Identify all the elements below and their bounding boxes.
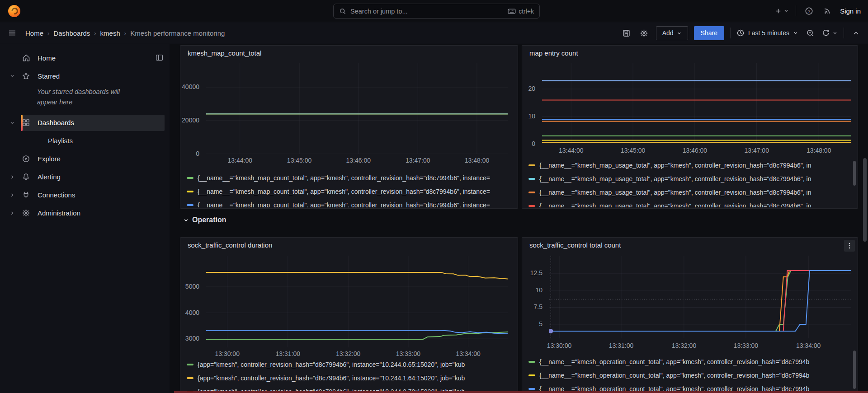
news-button[interactable] bbox=[821, 5, 833, 17]
legend-label: {__name__="kmesh_map_count_total", app="… bbox=[198, 174, 490, 182]
chart-plot-area[interactable] bbox=[549, 256, 851, 338]
legend-item[interactable]: {app="kmesh", controller_revision_hash="… bbox=[187, 371, 511, 385]
legend-scrollbar[interactable] bbox=[853, 161, 856, 186]
sidebar-item-label: Administration bbox=[38, 209, 80, 217]
refresh-icon bbox=[822, 29, 830, 37]
home-icon bbox=[15, 53, 38, 62]
panel-map-entry-count: map entry count 01020 13:44:0013:45:0013… bbox=[522, 45, 858, 209]
mega-menu-button[interactable] bbox=[6, 27, 18, 39]
gear-icon bbox=[15, 209, 38, 217]
legend-marker bbox=[528, 374, 535, 376]
x-tick-label: 13:32:00 bbox=[664, 342, 704, 349]
y-axis: 02000040000 bbox=[180, 63, 203, 154]
legend-item[interactable]: {__name__="kmesh_operation_count_total",… bbox=[528, 369, 851, 382]
legend-item[interactable]: {__name__="kmesh_map_count_total", app="… bbox=[187, 171, 511, 185]
time-range-picker[interactable]: Last 5 minutes bbox=[736, 29, 798, 37]
add-button[interactable]: Add bbox=[656, 26, 688, 40]
top-nav: ctrl+k ? Sign in bbox=[0, 0, 868, 22]
chart-legend: {__name__="kmesh_map_usage_total", app="… bbox=[528, 159, 851, 207]
sidebar-item-label: Playlists bbox=[0, 137, 73, 145]
legend-item[interactable]: {__name__="kmesh_map_count_total", app="… bbox=[187, 198, 511, 207]
x-axis: 13:44:0013:45:0013:46:0013:47:0013:48:00 bbox=[206, 157, 508, 165]
row-section-operation[interactable]: Operation bbox=[183, 216, 226, 224]
legend-marker bbox=[187, 177, 193, 179]
x-tick-label: 13:33:00 bbox=[388, 350, 429, 357]
x-tick-label: 13:48:00 bbox=[457, 157, 497, 164]
chart-plot-area[interactable] bbox=[206, 256, 508, 347]
chevron-right-icon[interactable] bbox=[0, 192, 15, 198]
chevron-down-icon bbox=[183, 217, 189, 223]
chevron-right-icon[interactable] bbox=[0, 174, 15, 180]
sidebar-item-playlists[interactable]: Playlists bbox=[0, 132, 170, 150]
chart-svg bbox=[549, 256, 851, 338]
toolbar-actions: Add Share Last 5 minutes bbox=[621, 26, 862, 40]
chevron-down-icon[interactable] bbox=[0, 120, 15, 126]
x-tick-label: 13:30:00 bbox=[539, 342, 580, 349]
y-tick-label: 4000 bbox=[185, 309, 199, 316]
sidebar-item-home[interactable]: Home bbox=[0, 49, 170, 67]
save-dashboard-button[interactable] bbox=[621, 27, 632, 39]
help-button[interactable]: ? bbox=[803, 5, 815, 17]
y-tick-label: 5 bbox=[539, 320, 542, 328]
y-tick-label: 12.5 bbox=[530, 269, 542, 276]
dashboard-settings-button[interactable] bbox=[638, 27, 650, 39]
grafana-logo-icon[interactable] bbox=[8, 5, 20, 17]
x-tick-label: 13:31:00 bbox=[268, 350, 308, 357]
x-tick-label: 13:46:00 bbox=[338, 157, 379, 164]
collapse-toolbar-button[interactable] bbox=[850, 27, 862, 39]
y-tick-label: 20 bbox=[528, 85, 535, 92]
y-tick-label: 7.5 bbox=[534, 303, 542, 310]
add-button-label: Add bbox=[662, 29, 674, 37]
x-axis: 13:30:0013:31:0013:32:0013:33:0013:34:00 bbox=[206, 350, 508, 358]
legend-item[interactable]: {__name__="kmesh_map_usage_total", app="… bbox=[528, 186, 851, 199]
y-tick-label: 40000 bbox=[182, 83, 199, 90]
search-input-box[interactable]: ctrl+k bbox=[333, 4, 540, 19]
sidebar-item-explore[interactable]: Explore bbox=[0, 150, 170, 168]
chevron-down-icon bbox=[783, 8, 789, 14]
keyboard-icon bbox=[508, 8, 516, 14]
share-button[interactable]: Share bbox=[694, 26, 724, 40]
breadcrumb-home[interactable]: Home bbox=[25, 29, 43, 37]
search-input[interactable] bbox=[350, 8, 504, 15]
rss-icon bbox=[823, 7, 831, 15]
sidebar-item-label: Alerting bbox=[38, 173, 61, 181]
series-line bbox=[206, 272, 508, 279]
x-tick-label: 13:30:00 bbox=[207, 350, 248, 357]
sidebar-item-label: Home bbox=[38, 54, 56, 62]
star-icon bbox=[15, 72, 38, 80]
legend-label: {__name__="kmesh_map_usage_total", app="… bbox=[539, 202, 811, 207]
y-tick-label: 0 bbox=[532, 140, 535, 147]
page-scrollbar-thumb[interactable] bbox=[863, 158, 867, 242]
sidebar-item-starred[interactable]: Starred bbox=[0, 67, 170, 85]
chevron-right-icon[interactable] bbox=[0, 211, 15, 216]
legend-item[interactable]: {app="kmesh", controller_revision_hash="… bbox=[187, 358, 511, 371]
legend-scrollbar[interactable] bbox=[853, 351, 856, 389]
legend-item[interactable]: {__name__="kmesh_map_usage_total", app="… bbox=[528, 159, 851, 172]
legend-item[interactable]: {__name__="kmesh_map_count_total", app="… bbox=[187, 185, 511, 198]
sign-in-link[interactable]: Sign in bbox=[840, 7, 861, 15]
chevron-right-icon: › bbox=[94, 30, 96, 37]
hamburger-icon bbox=[8, 28, 17, 37]
chart-plot-area[interactable] bbox=[206, 63, 508, 154]
sidebar-item-administration[interactable]: Administration bbox=[0, 204, 170, 222]
legend-item[interactable]: {__name__="kmesh_map_usage_total", app="… bbox=[528, 172, 851, 186]
chart-svg bbox=[542, 63, 851, 144]
chevron-down-icon[interactable] bbox=[0, 73, 15, 79]
legend-item[interactable]: {__name__="kmesh_operation_count_total",… bbox=[528, 355, 851, 369]
breadcrumb-folder[interactable]: kmesh bbox=[100, 29, 120, 37]
sidebar-item-alerting[interactable]: Alerting bbox=[0, 168, 170, 186]
chevron-up-icon bbox=[853, 30, 859, 37]
save-icon bbox=[622, 29, 631, 37]
sidebar-item-connections[interactable]: Connections bbox=[0, 186, 170, 204]
new-button[interactable] bbox=[774, 7, 789, 15]
breadcrumb-dashboards[interactable]: Dashboards bbox=[53, 29, 90, 37]
x-axis: 13:30:0013:31:0013:32:0013:33:0013:34:00 bbox=[549, 342, 851, 350]
legend-label: {__name__="kmesh_operation_count_total",… bbox=[539, 372, 809, 379]
refresh-picker[interactable] bbox=[822, 29, 838, 37]
legend-item[interactable]: {__name__="kmesh_map_usage_total", app="… bbox=[528, 199, 851, 207]
search-icon bbox=[339, 8, 346, 15]
zoom-out-time-button[interactable] bbox=[804, 27, 816, 39]
chart-plot-area[interactable] bbox=[542, 63, 851, 144]
sidebar-item-dashboards[interactable]: Dashboards bbox=[0, 114, 170, 132]
legend-label: {app="kmesh", controller_revision_hash="… bbox=[198, 361, 465, 368]
